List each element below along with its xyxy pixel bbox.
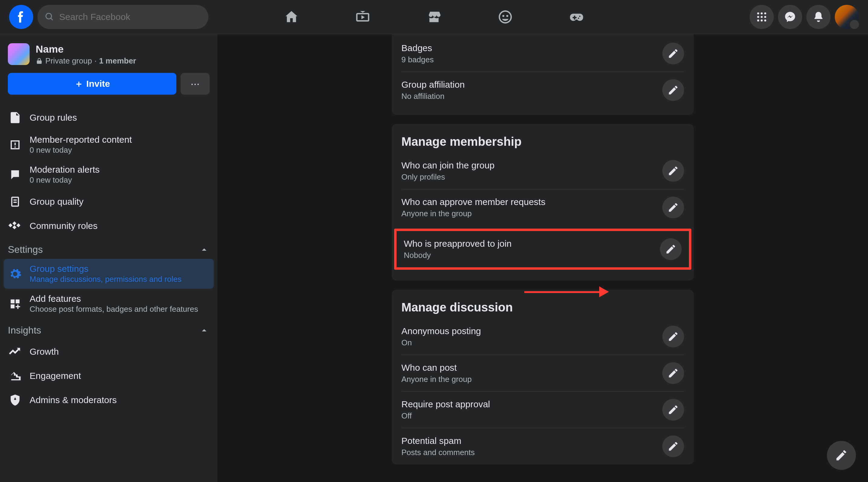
edit-button[interactable]: [662, 362, 684, 384]
features-icon: [8, 297, 22, 311]
sidebar-item-member-reported[interactable]: Member-reported content0 new today: [4, 130, 214, 160]
moderation-icon: [8, 168, 22, 181]
search-box[interactable]: [37, 5, 208, 29]
pencil-icon: [668, 84, 679, 96]
menu-grid-icon: [756, 11, 768, 23]
annotation-arrow: [524, 289, 609, 294]
more-button[interactable]: ⋯: [181, 73, 210, 95]
marketplace-icon: [426, 9, 442, 25]
pencil-icon: [668, 48, 679, 59]
sidebar-item-label: Growth: [30, 346, 59, 357]
compose-fab[interactable]: [827, 441, 856, 470]
watch-icon: [355, 9, 371, 25]
chevron-up-icon: [199, 325, 210, 336]
lock-icon: [36, 57, 43, 65]
pencil-icon: [668, 165, 679, 177]
svg-point-3: [757, 16, 759, 18]
pencil-icon: [668, 441, 679, 452]
edit-button[interactable]: [662, 326, 684, 347]
ellipsis-icon: ⋯: [191, 79, 199, 89]
invite-button[interactable]: ＋Invite: [8, 73, 176, 95]
setting-row-who-can-join[interactable]: Who can join the groupOnly profiles: [401, 153, 684, 189]
quality-icon: [8, 195, 22, 208]
svg-point-0: [757, 12, 759, 15]
engagement-icon: [8, 369, 22, 382]
messenger-icon: [784, 11, 796, 23]
sidebar-item-label: Group quality: [30, 197, 83, 207]
card-manage-discussion: Manage discussion Anonymous postingOn Wh…: [392, 290, 694, 464]
edit-button[interactable]: [662, 435, 684, 457]
sidebar-item-admins-mods[interactable]: Admins & moderators: [4, 388, 214, 412]
edit-button[interactable]: [662, 197, 684, 218]
sidebar-item-add-features[interactable]: Add featuresChoose post formats, badges …: [4, 289, 214, 319]
gear-icon: [8, 267, 22, 281]
alert-icon: [8, 138, 22, 151]
search-input[interactable]: [59, 12, 201, 22]
sidebar-item-label: Group rules: [30, 112, 77, 123]
group-avatar: [8, 43, 30, 65]
svg-point-1: [761, 12, 763, 15]
gaming-tab[interactable]: [543, 1, 610, 33]
shield-icon: [8, 393, 22, 407]
home-tab[interactable]: [258, 1, 325, 33]
bell-icon: [812, 11, 825, 23]
setting-row-require-approval[interactable]: Require post approvalOff: [401, 391, 684, 428]
card-manage-membership: Manage membership Who can join the group…: [392, 124, 694, 281]
sidebar-item-group-rules[interactable]: Group rules: [4, 106, 214, 130]
profile-avatar[interactable]: [835, 5, 859, 29]
sidebar-item-label: Member-reported content: [30, 135, 132, 145]
sidebar-item-label: Moderation alerts: [30, 165, 100, 175]
setting-row-potential-spam[interactable]: Potential spamPosts and comments: [401, 428, 684, 464]
setting-row-badges[interactable]: Badges9 badges: [401, 35, 684, 72]
sidebar-item-moderation-alerts[interactable]: Moderation alerts0 new today: [4, 160, 214, 190]
edit-button[interactable]: [660, 238, 682, 260]
home-icon: [284, 9, 299, 25]
svg-point-5: [764, 16, 766, 18]
group-name: Name: [36, 43, 136, 55]
sidebar-item-label: Admins & moderators: [30, 395, 117, 405]
menu-button[interactable]: [750, 5, 774, 29]
groups-tab[interactable]: [472, 1, 538, 33]
top-nav-header: [0, 0, 868, 34]
sidebar-section-settings[interactable]: Settings: [4, 238, 214, 259]
sidebar-item-community-roles[interactable]: Community roles: [4, 214, 214, 238]
sidebar-item-growth[interactable]: Growth: [4, 340, 214, 364]
sidebar-item-label: Group settings: [30, 264, 182, 274]
pencil-icon: [665, 244, 677, 255]
search-icon: [45, 12, 54, 22]
setting-row-preapproved[interactable]: Who is preapproved to joinNobody: [394, 229, 691, 270]
notifications-button[interactable]: [806, 5, 831, 29]
card-title: Manage membership: [401, 124, 684, 153]
rules-icon: [8, 111, 22, 124]
svg-point-7: [761, 19, 763, 22]
marketplace-tab[interactable]: [401, 1, 467, 33]
svg-point-4: [761, 16, 763, 18]
card-top-partial: Badges9 badges Group affiliationNo affil…: [392, 34, 694, 115]
edit-button[interactable]: [662, 79, 684, 101]
roles-icon: [8, 219, 22, 232]
setting-row-who-can-post[interactable]: Who can postAnyone in the group: [401, 355, 684, 391]
svg-point-8: [764, 19, 766, 22]
chevron-up-icon: [199, 244, 210, 255]
pencil-icon: [668, 404, 679, 416]
setting-row-who-approves[interactable]: Who can approve member requestsAnyone in…: [401, 189, 684, 226]
pencil-icon: [668, 202, 679, 213]
watch-tab[interactable]: [330, 1, 396, 33]
edit-button[interactable]: [662, 399, 684, 421]
gaming-icon: [569, 9, 584, 25]
compose-icon: [835, 449, 848, 462]
facebook-logo[interactable]: [9, 5, 33, 29]
group-header[interactable]: Name Private group·1 member: [4, 40, 214, 73]
edit-button[interactable]: [662, 160, 684, 182]
setting-row-affiliation[interactable]: Group affiliationNo affiliation: [401, 72, 684, 108]
sidebar-item-engagement[interactable]: Engagement: [4, 364, 214, 388]
sidebar-section-insights[interactable]: Insights: [4, 319, 214, 340]
sidebar-item-label: Add features: [30, 293, 198, 304]
messenger-button[interactable]: [778, 5, 802, 29]
sidebar-item-group-quality[interactable]: Group quality: [4, 190, 214, 214]
sidebar-item-group-settings[interactable]: Group settingsManage discussions, permis…: [4, 259, 214, 289]
growth-icon: [8, 345, 22, 358]
edit-button[interactable]: [662, 42, 684, 64]
setting-row-anonymous-posting[interactable]: Anonymous postingOn: [401, 318, 684, 355]
svg-point-6: [757, 19, 759, 22]
